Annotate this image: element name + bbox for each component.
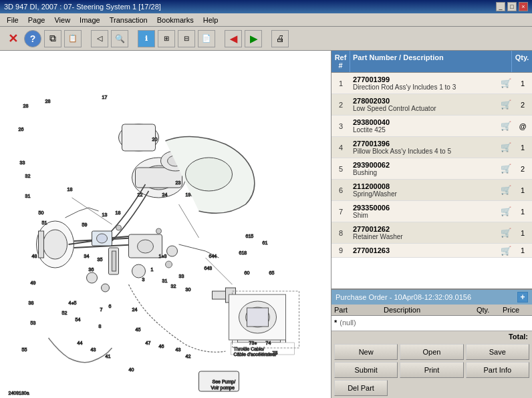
svg-text:34: 34: [84, 254, 90, 258]
help-tool-btn[interactable]: ?: [24, 30, 41, 47]
menu-help[interactable]: Help: [199, 15, 223, 25]
svg-text:55: 55: [22, 347, 27, 352]
svg-point-20: [166, 261, 172, 268]
part-qty: @: [513, 122, 532, 130]
svg-text:51: 51: [42, 220, 47, 225]
table-row[interactable]: 4 277001396 Pillow Block Ass'y Includes …: [331, 137, 532, 158]
svg-point-107: [186, 158, 233, 191]
menu-bookmarks[interactable]: Bookmarks: [153, 15, 198, 25]
menu-view[interactable]: View: [50, 15, 74, 25]
submit-button[interactable]: Submit: [334, 362, 398, 378]
part-details: 277001263: [350, 245, 499, 256]
svg-text:38: 38: [29, 301, 34, 305]
table-row[interactable]: 6 211200008 Spring/Washer 🛒 1: [331, 180, 532, 201]
zoom-plus-btn[interactable]: ⊞: [158, 30, 175, 47]
part-number: 211200008: [353, 182, 496, 190]
cart-icon[interactable]: 🛒: [499, 121, 513, 131]
print-tool-btn[interactable]: 🖨: [271, 30, 289, 47]
prev-page-btn[interactable]: ◀: [225, 30, 242, 47]
parts-list[interactable]: 1 277001399 Direction Rod Ass'y Includes…: [331, 73, 532, 289]
po-star: *: [334, 319, 337, 327]
cart-icon[interactable]: 🛒: [499, 185, 513, 195]
svg-text:26: 26: [19, 127, 24, 132]
part-info-button[interactable]: Part Info: [466, 362, 529, 378]
svg-text:42: 42: [186, 354, 191, 359]
svg-text:59: 59: [82, 222, 88, 227]
zoom-minus-btn[interactable]: ⊟: [178, 30, 195, 47]
table-row[interactable]: 8 277001262 Retainer Washer 🛒 1: [331, 222, 532, 244]
cart-icon[interactable]: 🛒: [499, 228, 513, 238]
part-ref: 9: [331, 245, 350, 256]
maximize-btn[interactable]: □: [507, 2, 517, 11]
copy-tool-btn[interactable]: ⧉: [44, 30, 61, 47]
menu-file[interactable]: File: [3, 15, 23, 25]
cart-icon[interactable]: 🛒: [499, 100, 513, 110]
part-description: Bushing: [353, 169, 496, 176]
cart-icon[interactable]: 🛒: [499, 246, 513, 256]
close-tool-btn[interactable]: ✕: [4, 30, 21, 47]
doc-btn[interactable]: 📄: [198, 30, 215, 47]
table-row[interactable]: 1 277001399 Direction Rod Ass'y Includes…: [331, 73, 532, 94]
qty-col-header: Qty.: [512, 51, 532, 72]
part-details: 293800040 Loctite 425: [350, 117, 499, 135]
po-header: Purchase Order - 10Apr08-12:32:09.0156 +: [331, 290, 532, 305]
svg-text:35: 35: [98, 257, 103, 262]
svg-text:32: 32: [171, 284, 176, 288]
svg-text:47: 47: [146, 341, 151, 345]
part-ref: 6: [331, 185, 350, 196]
svg-text:48: 48: [32, 254, 37, 258]
info-tool-btn[interactable]: ℹ: [138, 30, 155, 47]
minimize-btn[interactable]: _: [496, 2, 505, 11]
part-qty: 1: [513, 186, 532, 194]
back-tool-btn[interactable]: ◁: [91, 30, 108, 47]
svg-point-17: [116, 225, 122, 230]
print-button[interactable]: Print: [400, 362, 463, 378]
part-ref: 7: [331, 206, 350, 217]
window-close-btn[interactable]: ×: [519, 2, 528, 11]
svg-text:Throttle Cable/: Throttle Cable/: [234, 347, 265, 351]
table-row[interactable]: 3 293800040 Loctite 425 🛒 @: [331, 116, 532, 137]
del-part-button[interactable]: Del Part: [334, 380, 388, 396]
svg-text:8: 8: [99, 324, 102, 329]
part-qty: 1: [513, 229, 532, 237]
part-ref: 8: [331, 228, 350, 238]
table-row[interactable]: 2 278002030 Low Speed Control Actuator 🛒…: [331, 94, 532, 116]
svg-point-18: [156, 228, 162, 234]
next-page-btn[interactable]: ▶: [245, 30, 262, 47]
svg-rect-112: [247, 308, 269, 327]
po-title: Purchase Order - 10Apr08-12:32:09.0156: [336, 293, 471, 301]
svg-text:1: 1: [151, 267, 154, 272]
table-row[interactable]: 9 277001263 🛒 1: [331, 244, 532, 258]
parts-table-header: Ref # Part Number / Description Qty.: [331, 51, 532, 73]
part-ref: 2: [331, 100, 350, 110]
cart-icon[interactable]: 🛒: [499, 78, 513, 88]
paste-tool-btn[interactable]: 📋: [64, 30, 82, 47]
part-qty: 2: [513, 165, 532, 173]
svg-point-14: [167, 246, 178, 256]
svg-text:1●3: 1●3: [159, 254, 167, 258]
cart-icon[interactable]: 🛒: [499, 206, 513, 216]
diagram-panel: See Pump/ Voir pompe Throttle Cable/ Câb…: [0, 51, 331, 398]
menu-page[interactable]: Page: [24, 15, 49, 25]
svg-text:20: 20: [152, 137, 158, 142]
svg-text:31: 31: [25, 194, 31, 198]
search-tool-btn[interactable]: 🔍: [111, 30, 128, 47]
cart-icon[interactable]: 🛒: [499, 164, 513, 174]
part-details: 277001262 Retainer Washer: [350, 224, 499, 242]
po-add-button[interactable]: +: [517, 292, 528, 303]
new-button[interactable]: New: [334, 344, 398, 360]
svg-text:49: 49: [31, 280, 36, 285]
menu-image[interactable]: Image: [76, 15, 104, 25]
save-button[interactable]: Save: [466, 344, 529, 360]
steering-diagram[interactable]: See Pump/ Voir pompe Throttle Cable/ Câb…: [0, 51, 331, 398]
part-description: Direction Rod Ass'y Includes 1 to 3: [353, 83, 496, 91]
table-row[interactable]: 5 293900062 Bushing 🛒 2: [331, 158, 532, 180]
cart-icon[interactable]: 🛒: [499, 142, 513, 152]
part-description: Pillow Block Ass'y Includes 4 to 5: [353, 148, 496, 155]
svg-point-11: [87, 272, 98, 283]
menu-transaction[interactable]: Transaction: [106, 15, 152, 25]
open-button[interactable]: Open: [400, 344, 463, 360]
table-row[interactable]: 7 293350006 Shim 🛒 1: [331, 201, 532, 222]
part-number: 277001263: [353, 246, 496, 254]
svg-text:Voir pompe: Voir pompe: [211, 385, 235, 391]
